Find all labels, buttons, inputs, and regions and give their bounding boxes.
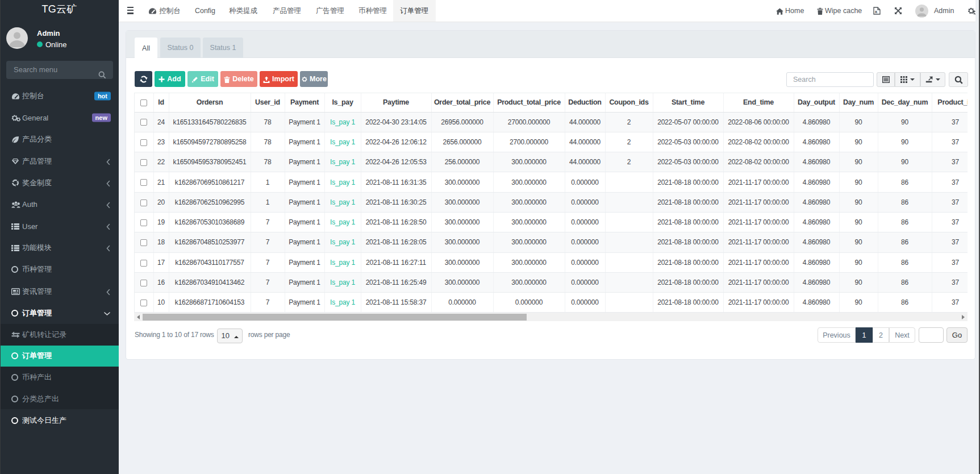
svg-text:a: a [875, 10, 877, 14]
